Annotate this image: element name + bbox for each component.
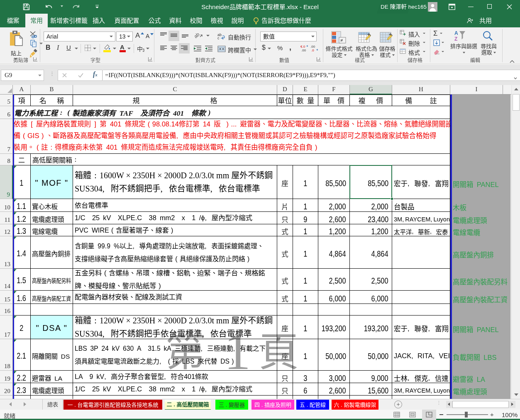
svg-text:.00: .00 — [301, 49, 306, 52]
svg-text:Z: Z — [454, 36, 457, 42]
svg-text:≠: ≠ — [340, 38, 343, 43]
svg-text:A: A — [454, 30, 458, 36]
svg-text:.00: .00 — [310, 45, 315, 49]
svg-text:ab: ab — [194, 32, 201, 39]
svg-text:€.0: €.0 — [300, 45, 305, 49]
svg-text:.0: .0 — [311, 49, 314, 52]
svg-text:c: c — [217, 36, 220, 40]
